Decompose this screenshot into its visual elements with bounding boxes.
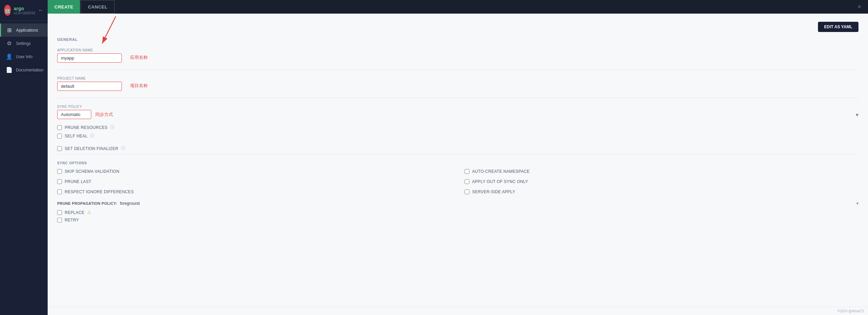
sync-policy-annotation: 同步方式	[95, 112, 113, 118]
retry-row: RETRY	[57, 218, 858, 222]
auto-create-namespace-checkbox[interactable]	[465, 169, 469, 174]
retry-checkbox[interactable]	[57, 218, 62, 222]
sync-policy-row: SYNC POLICY Automatic Manual 同步方式 ▾	[57, 105, 858, 119]
project-name-field: Project Name	[57, 77, 122, 91]
footer-text: ©2024 @ArbaCD	[837, 309, 864, 313]
prune-last-checkbox[interactable]	[57, 179, 62, 184]
sidebar-item-user-info[interactable]: 👤 User Info	[0, 50, 48, 63]
modal-header: CREATE CANCEL ×	[48, 0, 868, 14]
set-deletion-finalizer-checkbox[interactable]	[57, 146, 62, 151]
modal-close-button[interactable]: ×	[855, 2, 864, 12]
respect-ignore-differences-checkbox[interactable]	[57, 189, 62, 194]
app-version: v2.8+1b02542	[14, 11, 35, 15]
application-name-annotation: 应用名称	[130, 54, 148, 63]
prune-last-label: PRUNE LAST	[65, 179, 91, 184]
settings-icon: ⚙	[6, 40, 13, 47]
replace-row: REPLACE ⚠	[57, 210, 858, 215]
respect-ignore-differences-row: RESPECT IGNORE DIFFERENCES	[57, 189, 451, 194]
sidebar-logo: 🤖 argo v2.8+1b02542 ←	[0, 0, 48, 21]
user-icon: 👤	[6, 53, 13, 60]
sidebar-item-applications-label: Applications	[16, 28, 38, 33]
applications-icon: ⊞	[6, 27, 13, 33]
app-name: argo	[14, 6, 35, 11]
sync-policy-label: SYNC POLICY	[57, 105, 113, 109]
sidebar-item-user-info-label: User Info	[16, 54, 33, 59]
sidebar-item-applications[interactable]: ⊞ Applications	[0, 23, 48, 37]
self-heal-info-icon: ⓘ	[90, 133, 94, 139]
server-side-apply-row: SERVER-SIDE APPLY	[465, 189, 858, 194]
sidebar-item-documentation-label: Documentation	[16, 68, 44, 72]
application-name-input[interactable]	[57, 53, 122, 63]
prune-resources-checkbox[interactable]	[57, 125, 62, 130]
application-name-row: Application Name 应用名称	[57, 48, 858, 63]
project-name-annotation: 项目名称	[130, 83, 148, 91]
modal-body: EDIT AS YAML GENERAL Application Name 应用…	[48, 14, 868, 307]
prune-resources-row: PRUNE RESOURCES ⓘ	[57, 125, 858, 130]
prune-propagation-policy-chevron-icon: ▾	[856, 201, 858, 206]
self-heal-row: SELF HEAL ⓘ	[57, 133, 858, 139]
sync-policy-chevron-icon: ▾	[856, 112, 858, 118]
self-heal-checkbox[interactable]	[57, 134, 62, 138]
application-name-label: Application Name	[57, 48, 122, 52]
auto-create-namespace-row: AUTO-CREATE NAMESPACE	[465, 169, 858, 174]
set-deletion-finalizer-info-icon: ⓘ	[121, 146, 125, 151]
project-name-row: Project Name 项目名称	[57, 77, 858, 91]
sidebar: 🤖 argo v2.8+1b02542 ← ⊞ Applications ⚙ S…	[0, 0, 48, 315]
modal-create-button[interactable]: CREATE	[48, 0, 80, 14]
apply-out-of-sync-only-row: APPLY OUT OF SYNC ONLY	[465, 179, 858, 184]
sync-options-section: SYNC OPTIONS SKIP SCHEMA VALIDATION AUTO…	[57, 161, 858, 222]
server-side-apply-label: SERVER-SIDE APPLY	[472, 189, 515, 194]
skip-schema-validation-checkbox[interactable]	[57, 169, 62, 174]
divider-3	[57, 154, 858, 154]
skip-schema-validation-label: SKIP SCHEMA VALIDATION	[65, 169, 119, 174]
logo-icon: 🤖	[4, 5, 11, 16]
apply-out-of-sync-only-label: APPLY OUT OF SYNC ONLY	[472, 179, 528, 184]
project-name-input[interactable]	[57, 82, 122, 91]
modal-overlay: CREATE CANCEL × EDIT AS YAML GENERAL App…	[48, 0, 868, 315]
sidebar-item-documentation[interactable]: 📄 Documentation	[0, 63, 48, 77]
set-deletion-finalizer-label: SET DELETION FINALIZER	[65, 146, 118, 151]
sync-policy-select[interactable]: Automatic Manual	[57, 110, 91, 119]
prune-propagation-policy-value: foreground	[120, 201, 140, 206]
set-deletion-finalizer-row: SET DELETION FINALIZER ⓘ	[57, 146, 858, 151]
auto-create-namespace-label: AUTO-CREATE NAMESPACE	[472, 169, 530, 174]
documentation-icon: 📄	[6, 67, 13, 73]
sync-options-title: SYNC OPTIONS	[57, 161, 858, 165]
respect-ignore-differences-label: RESPECT IGNORE DIFFERENCES	[65, 189, 134, 194]
divider-1	[57, 69, 858, 70]
sidebar-item-settings[interactable]: ⚙ Settings	[0, 37, 48, 50]
prune-last-row: PRUNE LAST	[57, 179, 451, 184]
application-name-field: Application Name	[57, 48, 122, 63]
sidebar-nav: ⊞ Applications ⚙ Settings 👤 User Info 📄 …	[0, 21, 48, 315]
sync-options-grid: SKIP SCHEMA VALIDATION AUTO-CREATE NAMES…	[57, 169, 858, 197]
divider-2	[57, 98, 858, 98]
sidebar-item-settings-label: Settings	[16, 41, 31, 46]
retry-label: RETRY	[65, 218, 79, 222]
replace-label: REPLACE	[65, 210, 84, 215]
skip-schema-validation-row: SKIP SCHEMA VALIDATION	[57, 169, 451, 174]
server-side-apply-checkbox[interactable]	[465, 189, 469, 194]
back-button[interactable]: ←	[38, 7, 44, 13]
apply-out-of-sync-only-checkbox[interactable]	[465, 179, 469, 184]
replace-warning-icon: ⚠	[87, 210, 91, 215]
prune-resources-info-icon: ⓘ	[110, 125, 114, 130]
footer: ©2024 @ArbaCD	[48, 307, 868, 315]
edit-as-yaml-button[interactable]: EDIT AS YAML	[818, 22, 858, 32]
general-section-title: GENERAL	[57, 37, 858, 42]
prune-propagation-policy-row: PRUNE PROPAGATION POLICY: foreground ▾	[57, 201, 858, 206]
self-heal-label: SELF HEAL	[65, 134, 87, 138]
replace-checkbox[interactable]	[57, 210, 62, 215]
project-name-label: Project Name	[57, 77, 122, 80]
modal-cancel-button[interactable]: CANCEL	[81, 0, 114, 14]
prune-propagation-policy-label: PRUNE PROPAGATION POLICY:	[57, 201, 117, 205]
sync-policy-field: SYNC POLICY Automatic Manual 同步方式	[57, 105, 113, 119]
main-area: + NEW APP ⟳ SYNC APPS R Applications CRE…	[48, 0, 868, 315]
prune-resources-label: PRUNE RESOURCES	[65, 125, 108, 130]
